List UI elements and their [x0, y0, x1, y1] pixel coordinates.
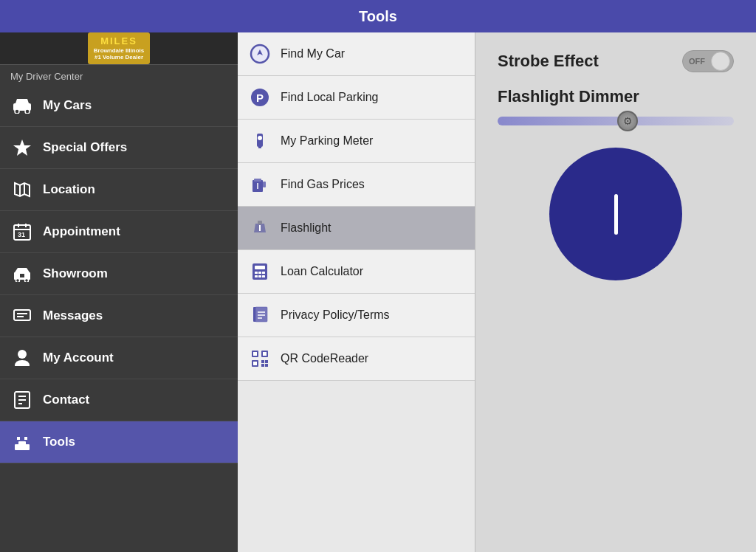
flashlight-icon — [248, 216, 272, 240]
svg-marker-4 — [13, 139, 31, 156]
svg-text:31: 31 — [18, 231, 25, 238]
strobe-label: Strobe Effect — [498, 52, 682, 71]
sidebar-item-appointment[interactable]: 31 Appointment — [0, 211, 238, 253]
toggle-knob — [711, 52, 730, 71]
svg-point-15 — [25, 279, 29, 283]
dimmer-label: Flashlight Dimmer — [498, 87, 734, 106]
svg-point-3 — [25, 109, 30, 114]
svg-rect-42 — [258, 221, 262, 224]
tool-item-privacy-policy[interactable]: Privacy Policy/Terms — [238, 294, 475, 337]
svg-rect-35 — [258, 145, 261, 148]
sidebar-label-contact: Contact — [43, 393, 89, 407]
message-icon — [10, 304, 34, 328]
svg-rect-47 — [258, 272, 261, 274]
svg-rect-46 — [255, 272, 258, 274]
calculator-icon — [248, 260, 272, 283]
driver-center-label: My Driver Center — [0, 65, 238, 85]
svg-rect-16 — [20, 274, 24, 277]
sidebar-item-tools[interactable]: Tools — [0, 421, 238, 463]
sidebar-label-my-cars: My Cars — [43, 98, 92, 113]
tool-label-find-my-car: Find My Car — [281, 47, 345, 61]
tools-list: Find My Car P Find Local Parking — [238, 32, 475, 552]
gear-icon: ⚙ — [623, 115, 633, 127]
page-header: Tools — [0, 0, 756, 32]
svg-rect-50 — [258, 275, 261, 277]
svg-rect-53 — [255, 307, 267, 322]
svg-rect-45 — [255, 266, 265, 269]
flashlight-beam — [614, 194, 618, 235]
tool-label-my-parking-meter: My Parking Meter — [281, 134, 373, 148]
tool-item-find-local-parking[interactable]: P Find Local Parking — [238, 76, 475, 120]
sidebar-label-appointment: Appointment — [43, 224, 120, 239]
sidebar-item-location[interactable]: Location — [0, 169, 238, 211]
star-icon — [10, 136, 34, 159]
tool-item-my-parking-meter[interactable]: My Parking Meter — [238, 120, 475, 163]
sidebar-label-showroom: Showroom — [43, 266, 108, 281]
car-icon — [10, 94, 34, 117]
tool-label-flashlight: Flashlight — [281, 221, 331, 235]
svg-rect-17 — [14, 310, 30, 320]
tool-label-loan-calculator: Loan Calculator — [281, 265, 363, 278]
svg-rect-26 — [18, 441, 26, 445]
tool-item-find-gas-prices[interactable]: Find Gas Prices — [238, 163, 475, 207]
sidebar-label-my-account: My Account — [43, 351, 114, 365]
svg-rect-58 — [253, 352, 257, 356]
tool-item-loan-calculator[interactable]: Loan Calculator — [238, 250, 475, 294]
meter-icon — [248, 129, 272, 153]
dimmer-slider-thumb[interactable]: ⚙ — [617, 111, 638, 131]
sidebar-item-my-cars[interactable]: My Cars — [0, 85, 238, 127]
sidebar-label-location: Location — [43, 182, 95, 197]
dimmer-section: Flashlight Dimmer ⚙ — [498, 87, 734, 125]
svg-marker-13 — [15, 268, 30, 272]
showroom-icon — [10, 262, 34, 286]
find-car-icon — [248, 42, 272, 66]
svg-marker-1 — [16, 99, 29, 103]
contact-icon — [10, 388, 34, 412]
svg-rect-39 — [254, 179, 261, 182]
gas-icon — [248, 173, 272, 196]
logo-badge: MILES Browndale Illinois #1 Volume Deale… — [88, 32, 150, 64]
sidebar: MILES Browndale Illinois #1 Volume Deale… — [0, 32, 238, 552]
header-title: Tools — [359, 8, 397, 25]
sidebar-label-special-offers: Special Offers — [43, 140, 127, 155]
dimmer-slider-track[interactable]: ⚙ — [498, 117, 734, 125]
svg-rect-64 — [265, 360, 268, 363]
sidebar-item-showroom[interactable]: Showroom — [0, 253, 238, 295]
svg-point-20 — [18, 350, 27, 359]
sidebar-logo: MILES Browndale Illinois #1 Volume Deale… — [0, 32, 238, 65]
svg-rect-27 — [17, 437, 20, 440]
tool-item-find-my-car[interactable]: Find My Car — [238, 32, 475, 76]
svg-rect-51 — [262, 275, 265, 277]
strobe-toggle[interactable]: OFF — [682, 50, 734, 72]
svg-rect-38 — [263, 182, 266, 187]
svg-rect-62 — [253, 362, 257, 365]
svg-point-14 — [16, 279, 20, 283]
sidebar-label-tools: Tools — [43, 435, 75, 449]
svg-rect-60 — [263, 352, 267, 356]
flashlight-circle — [549, 148, 682, 280]
tool-item-qr-codereader[interactable]: QR CodeReader — [238, 337, 475, 381]
sidebar-item-contact[interactable]: Contact — [0, 379, 238, 421]
map-icon — [10, 178, 34, 201]
tool-label-privacy-policy: Privacy Policy/Terms — [281, 308, 390, 322]
parking-icon: P — [248, 86, 272, 109]
svg-rect-49 — [255, 275, 258, 277]
svg-point-2 — [15, 109, 19, 114]
sidebar-item-messages[interactable]: Messages — [0, 295, 238, 337]
privacy-icon — [248, 303, 272, 327]
tool-item-flashlight[interactable]: Flashlight — [238, 207, 475, 250]
svg-rect-66 — [265, 364, 268, 367]
main-area: MILES Browndale Illinois #1 Volume Deale… — [0, 32, 756, 552]
qr-icon — [248, 347, 272, 370]
calendar-icon: 31 — [10, 220, 34, 244]
tools-icon — [10, 430, 34, 454]
tool-label-find-gas-prices: Find Gas Prices — [281, 178, 365, 191]
svg-rect-25 — [15, 444, 30, 450]
svg-rect-28 — [24, 437, 27, 440]
sidebar-item-special-offers[interactable]: Special Offers — [0, 127, 238, 169]
svg-rect-48 — [262, 272, 265, 274]
svg-text:P: P — [256, 92, 264, 104]
sidebar-label-messages: Messages — [43, 308, 103, 323]
content-area: Strobe Effect OFF Flashlight Dimmer ⚙ — [475, 32, 756, 552]
sidebar-item-my-account[interactable]: My Account — [0, 337, 238, 379]
